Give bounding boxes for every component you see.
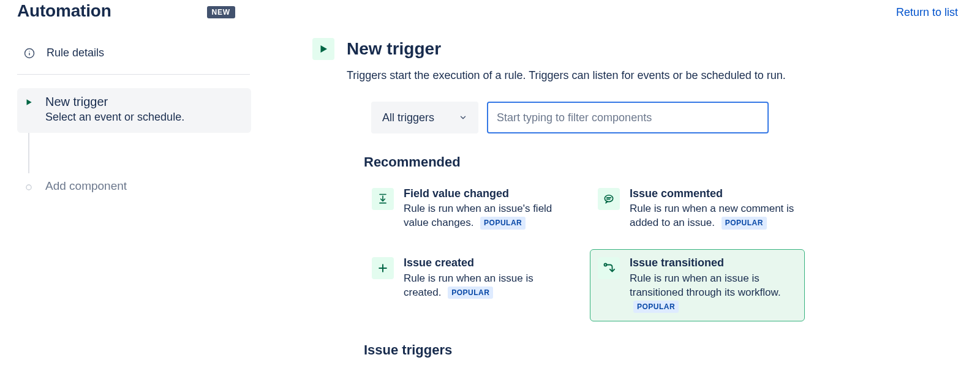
sidebar-step-add-component[interactable]: Add component (17, 173, 251, 202)
trigger-issue-commented[interactable]: Issue commented Rule is run when a new c… (590, 180, 805, 238)
trigger-header-icon (312, 38, 334, 60)
trigger-title: Issue commented (630, 187, 797, 201)
recommended-triggers-grid: Field value changed Rule is run when an … (364, 180, 805, 321)
trigger-description: Rule is run when an issue's field value … (404, 202, 571, 230)
popular-badge: POPULAR (448, 287, 493, 299)
section-heading-issue-triggers: Issue triggers (364, 342, 876, 358)
sidebar-item-label: Rule details (47, 47, 104, 59)
trigger-issue-created[interactable]: Issue created Rule is run when an issue … (364, 249, 579, 321)
search-input[interactable] (487, 102, 769, 133)
main-description: Triggers start the execution of a rule. … (347, 70, 876, 81)
main-title: New trigger (347, 39, 441, 59)
transition-arrow-icon (598, 257, 620, 279)
play-icon (318, 43, 329, 54)
trigger-description: Rule is run when an issue is transitione… (630, 272, 797, 314)
return-to-list-link[interactable]: Return to list (896, 6, 958, 19)
divider (17, 74, 250, 75)
trigger-field-value-changed[interactable]: Field value changed Rule is run when an … (364, 180, 579, 238)
trigger-title: Field value changed (404, 187, 571, 201)
plus-icon (372, 257, 394, 279)
popular-badge: POPULAR (722, 217, 767, 229)
play-icon (24, 98, 33, 107)
popular-badge: POPULAR (633, 301, 679, 313)
circle-empty-icon (24, 183, 33, 192)
section-heading-recommended: Recommended (364, 154, 876, 170)
comment-bubble-icon (598, 188, 620, 210)
trigger-title: Issue transitioned (630, 256, 797, 270)
trigger-description: Rule is run when an issue is created. PO… (404, 272, 571, 300)
new-badge: NEW (207, 6, 235, 18)
svg-point-2 (29, 51, 29, 51)
download-bar-icon (372, 188, 394, 210)
trigger-title: Issue created (404, 256, 571, 270)
step-title: Add component (45, 179, 127, 193)
popular-badge: POPULAR (480, 217, 526, 229)
trigger-description: Rule is run when a new comment is added … (630, 202, 797, 230)
chevron-down-icon (459, 113, 467, 122)
trigger-category-dropdown[interactable]: All triggers (371, 102, 478, 133)
info-circle-icon (23, 47, 36, 59)
step-subtitle: Select an event or schedule. (45, 110, 184, 124)
page-title: Automation (17, 1, 111, 21)
step-title: New trigger (45, 94, 184, 109)
svg-point-3 (26, 185, 31, 190)
main-panel: New trigger Triggers start the execution… (251, 21, 900, 368)
sidebar: Rule details New trigger Select an event… (0, 21, 251, 202)
sidebar-item-rule-details[interactable]: Rule details (17, 39, 251, 67)
step-connector (28, 133, 29, 173)
svg-point-7 (605, 195, 612, 202)
dropdown-label: All triggers (382, 111, 434, 124)
trigger-issue-transitioned[interactable]: Issue transitioned Rule is run when an i… (590, 249, 805, 321)
sidebar-step-new-trigger[interactable]: New trigger Select an event or schedule. (17, 88, 251, 133)
